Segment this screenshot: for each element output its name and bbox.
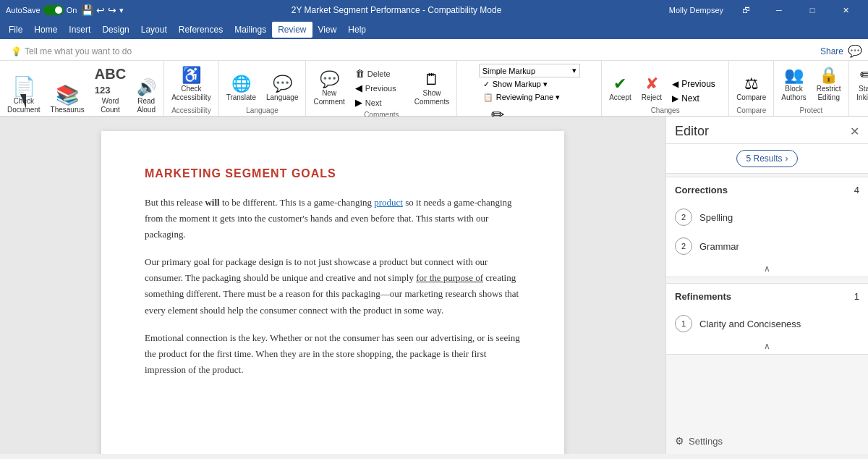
- bold-word: will: [205, 197, 219, 208]
- tell-me-input[interactable]: 💡 Tell me what you want to do: [6, 44, 150, 59]
- editor-close-btn[interactable]: ✕: [850, 125, 859, 138]
- ink-group-label: Ink: [852, 105, 868, 116]
- autosave-label: AutoSave: [6, 6, 41, 14]
- redo-icon[interactable]: ↪: [108, 4, 116, 16]
- delete-btn[interactable]: 🗑 Delete: [351, 67, 409, 80]
- menu-design[interactable]: Design: [96, 22, 135, 38]
- refinements-title: Refinements: [675, 291, 731, 302]
- next-comment-label: Next: [365, 98, 382, 107]
- spelling-item[interactable]: 2 Spelling: [666, 203, 868, 232]
- menu-mailings[interactable]: Mailings: [229, 22, 272, 38]
- check-accessibility-btn[interactable]: ♿ CheckAccessibility: [167, 64, 215, 105]
- ink-items: ✏ StartInking 👁 HideInk: [852, 61, 868, 105]
- document-title: 2Y Market Segment Performance - Compatib…: [292, 5, 502, 15]
- corrections-header: Corrections 4: [666, 177, 868, 203]
- read-aloud-btn[interactable]: 🔊 ReadAloud: [132, 77, 161, 117]
- grammar-item[interactable]: 2 Grammar: [666, 232, 868, 261]
- underline-phrase: for the purpose of: [416, 272, 483, 283]
- editor-panel-title: Editor: [675, 124, 709, 139]
- title-bar-right: Molly Dempsey 🗗 ─ □ ✕: [669, 0, 862, 20]
- corrections-section: Corrections 4 2 Spelling 2 Grammar ∧: [666, 177, 868, 277]
- results-badge[interactable]: 5 Results ›: [736, 150, 797, 167]
- autosave-toggle[interactable]: [43, 5, 64, 15]
- clarity-item[interactable]: 1 Clarity and Conciseness: [666, 309, 868, 338]
- user-name: Molly Dempsey: [669, 6, 723, 14]
- menu-insert[interactable]: Insert: [63, 22, 96, 38]
- reject-btn[interactable]: ✘ Reject: [637, 73, 666, 105]
- minimize-btn[interactable]: ─: [762, 0, 796, 20]
- menu-review[interactable]: Review: [272, 22, 312, 38]
- accept-btn[interactable]: ✔ Accept: [605, 73, 636, 105]
- prev-comment-btn[interactable]: ◀ Previous: [351, 81, 409, 95]
- menu-file[interactable]: File: [3, 22, 28, 38]
- compare-label: Compare: [736, 93, 766, 102]
- main-layout: MARKETING SEGMENT GOALS But this release…: [0, 117, 868, 454]
- prev-change-btn[interactable]: ◀ Previous: [668, 77, 726, 90]
- corrections-title: Corrections: [675, 185, 728, 195]
- show-markup-label: Show Markup ▾: [493, 80, 548, 89]
- grammar-count: 2: [675, 237, 692, 255]
- reviewing-pane-label: Reviewing Pane ▾: [496, 93, 561, 102]
- share-btn[interactable]: Share: [820, 46, 843, 56]
- save-icon[interactable]: 💾: [81, 4, 93, 16]
- block-authors-btn[interactable]: 👥 BlockAuthors: [777, 64, 810, 105]
- close-btn[interactable]: ✕: [829, 0, 862, 20]
- delete-icon: 🗑: [355, 68, 365, 79]
- thesaurus-btn[interactable]: 📚 Thesaurus: [46, 83, 89, 117]
- translate-btn[interactable]: 🌐 Translate: [222, 73, 260, 105]
- accessibility-label: CheckAccessibility: [171, 85, 210, 102]
- delete-label: Delete: [367, 70, 391, 78]
- doc-paragraph-3: Emotional connection is the key. Whether…: [145, 330, 521, 378]
- comments-btn[interactable]: 💬: [848, 44, 862, 58]
- check-document-btn[interactable]: 📄 CheckDocument: [3, 74, 45, 117]
- accessibility-group-label: Accessibility: [167, 105, 215, 116]
- undo-icon[interactable]: ↩: [96, 4, 105, 16]
- product-link[interactable]: product: [374, 197, 403, 208]
- start-inking-btn[interactable]: ✏ StartInking: [852, 64, 868, 105]
- show-comments-btn[interactable]: 🗒 ShowComments: [410, 69, 454, 109]
- customize-icon[interactable]: ▾: [119, 6, 124, 15]
- changes-items: ✔ Accept ✘ Reject ◀ Previous ▶ Next: [605, 61, 726, 105]
- translate-icon: 🌐: [231, 76, 251, 92]
- proofing-items: 📄 CheckDocument 📚 Thesaurus ABC123 WordC…: [3, 61, 161, 117]
- prev-change-icon: ◀: [672, 79, 678, 89]
- doc-paragraph-2: Our primary goal for package design is t…: [145, 254, 521, 318]
- results-chevron: ›: [786, 153, 788, 164]
- next-change-btn[interactable]: ▶ Next: [668, 92, 726, 105]
- title-bar-left: AutoSave On 💾 ↩ ↪ ▾: [6, 4, 124, 16]
- reviewing-pane-btn[interactable]: 📋 Reviewing Pane ▾: [479, 91, 565, 104]
- document-page: MARKETING SEGMENT GOALS But this release…: [101, 131, 564, 454]
- editor-settings-btn[interactable]: ⚙ Settings: [666, 428, 868, 454]
- word-count-btn[interactable]: ABC123 WordCount: [90, 64, 130, 117]
- compare-group-label: Compare: [732, 105, 770, 116]
- maximize-btn[interactable]: □: [796, 0, 829, 20]
- read-aloud-label: ReadAloud: [137, 97, 156, 114]
- menu-help[interactable]: Help: [342, 22, 372, 38]
- menu-view[interactable]: View: [312, 22, 343, 38]
- menu-layout[interactable]: Layout: [135, 22, 173, 38]
- restrict-editing-btn[interactable]: 🔒 RestrictEditing: [812, 64, 846, 105]
- corrections-collapse-btn[interactable]: ∧: [666, 261, 868, 277]
- start-inking-label: StartInking: [856, 85, 868, 102]
- language-btn[interactable]: 💬 Language: [262, 73, 303, 105]
- menu-home[interactable]: Home: [28, 22, 63, 38]
- next-comment-btn[interactable]: ▶ Next: [351, 96, 409, 109]
- protect-group-label: Protect: [777, 105, 845, 116]
- protect-items: 👥 BlockAuthors 🔒 RestrictEditing: [777, 61, 845, 105]
- show-markup-btn[interactable]: ✓ Show Markup ▾: [479, 78, 552, 90]
- editor-results-area: 5 Results ›: [666, 144, 868, 174]
- read-aloud-icon: 🔊: [137, 80, 156, 96]
- thesaurus-icon: 📚: [56, 85, 79, 104]
- ribbon-group-accessibility: ♿ CheckAccessibility Accessibility: [164, 61, 218, 116]
- menu-references[interactable]: References: [173, 22, 229, 38]
- refinements-collapse-btn[interactable]: ∧: [666, 338, 868, 354]
- collapse-chevron: ∧: [764, 264, 770, 274]
- editor-header: Editor ✕: [666, 117, 868, 144]
- show-comments-label: ShowComments: [414, 89, 449, 106]
- new-comment-btn[interactable]: 💬 NewComment: [309, 69, 349, 109]
- markup-dropdown[interactable]: Simple Markup ▾: [479, 64, 580, 77]
- compare-btn[interactable]: ⚖ Compare: [732, 73, 770, 105]
- results-count: 5 Results: [746, 153, 782, 164]
- language-group-label: Language: [222, 105, 303, 116]
- restore-btn[interactable]: 🗗: [729, 0, 762, 20]
